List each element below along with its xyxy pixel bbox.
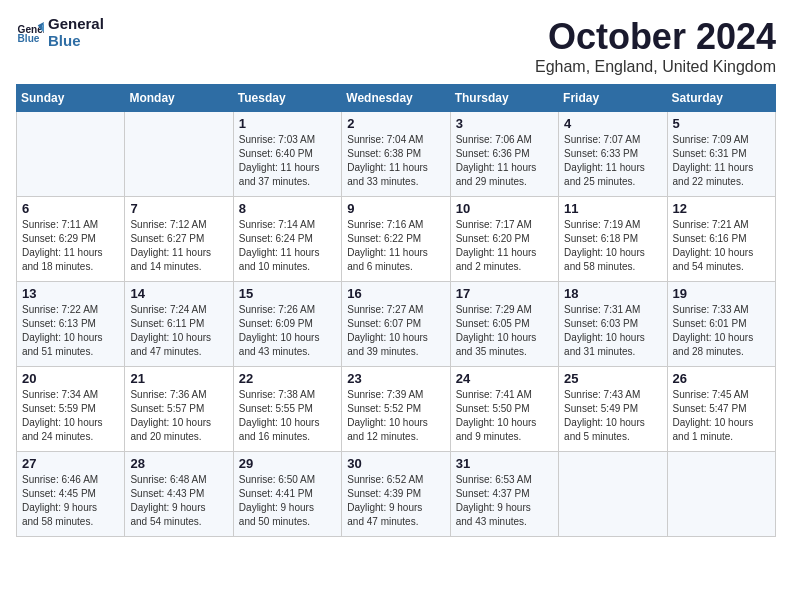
calendar-cell: 8Sunrise: 7:14 AM Sunset: 6:24 PM Daylig… bbox=[233, 197, 341, 282]
day-number: 21 bbox=[130, 371, 227, 386]
day-number: 17 bbox=[456, 286, 553, 301]
calendar-cell bbox=[17, 112, 125, 197]
day-number: 12 bbox=[673, 201, 770, 216]
calendar-cell: 20Sunrise: 7:34 AM Sunset: 5:59 PM Dayli… bbox=[17, 367, 125, 452]
day-number: 25 bbox=[564, 371, 661, 386]
logo-line1: General bbox=[48, 16, 104, 33]
calendar-cell: 16Sunrise: 7:27 AM Sunset: 6:07 PM Dayli… bbox=[342, 282, 450, 367]
calendar-cell: 25Sunrise: 7:43 AM Sunset: 5:49 PM Dayli… bbox=[559, 367, 667, 452]
cell-content: Sunrise: 7:19 AM Sunset: 6:18 PM Dayligh… bbox=[564, 218, 661, 274]
cell-content: Sunrise: 7:27 AM Sunset: 6:07 PM Dayligh… bbox=[347, 303, 444, 359]
day-number: 30 bbox=[347, 456, 444, 471]
logo-line2: Blue bbox=[48, 33, 104, 50]
cell-content: Sunrise: 7:39 AM Sunset: 5:52 PM Dayligh… bbox=[347, 388, 444, 444]
calendar-cell: 9Sunrise: 7:16 AM Sunset: 6:22 PM Daylig… bbox=[342, 197, 450, 282]
col-header-tuesday: Tuesday bbox=[233, 85, 341, 112]
day-number: 29 bbox=[239, 456, 336, 471]
calendar-cell: 11Sunrise: 7:19 AM Sunset: 6:18 PM Dayli… bbox=[559, 197, 667, 282]
day-number: 26 bbox=[673, 371, 770, 386]
svg-text:Blue: Blue bbox=[18, 33, 40, 44]
calendar-cell: 24Sunrise: 7:41 AM Sunset: 5:50 PM Dayli… bbox=[450, 367, 558, 452]
day-number: 7 bbox=[130, 201, 227, 216]
title-block: October 2024 Egham, England, United King… bbox=[535, 16, 776, 76]
calendar-cell: 27Sunrise: 6:46 AM Sunset: 4:45 PM Dayli… bbox=[17, 452, 125, 537]
col-header-monday: Monday bbox=[125, 85, 233, 112]
day-number: 22 bbox=[239, 371, 336, 386]
day-number: 15 bbox=[239, 286, 336, 301]
calendar-week-row: 13Sunrise: 7:22 AM Sunset: 6:13 PM Dayli… bbox=[17, 282, 776, 367]
calendar-cell: 15Sunrise: 7:26 AM Sunset: 6:09 PM Dayli… bbox=[233, 282, 341, 367]
location-subtitle: Egham, England, United Kingdom bbox=[535, 58, 776, 76]
cell-content: Sunrise: 6:50 AM Sunset: 4:41 PM Dayligh… bbox=[239, 473, 336, 529]
calendar-cell: 1Sunrise: 7:03 AM Sunset: 6:40 PM Daylig… bbox=[233, 112, 341, 197]
cell-content: Sunrise: 7:03 AM Sunset: 6:40 PM Dayligh… bbox=[239, 133, 336, 189]
day-number: 4 bbox=[564, 116, 661, 131]
cell-content: Sunrise: 7:38 AM Sunset: 5:55 PM Dayligh… bbox=[239, 388, 336, 444]
cell-content: Sunrise: 7:41 AM Sunset: 5:50 PM Dayligh… bbox=[456, 388, 553, 444]
day-number: 14 bbox=[130, 286, 227, 301]
calendar-cell: 26Sunrise: 7:45 AM Sunset: 5:47 PM Dayli… bbox=[667, 367, 775, 452]
calendar-cell: 28Sunrise: 6:48 AM Sunset: 4:43 PM Dayli… bbox=[125, 452, 233, 537]
calendar-cell: 10Sunrise: 7:17 AM Sunset: 6:20 PM Dayli… bbox=[450, 197, 558, 282]
calendar-cell: 3Sunrise: 7:06 AM Sunset: 6:36 PM Daylig… bbox=[450, 112, 558, 197]
calendar-cell: 29Sunrise: 6:50 AM Sunset: 4:41 PM Dayli… bbox=[233, 452, 341, 537]
logo: General Blue General Blue bbox=[16, 16, 104, 49]
calendar-week-row: 1Sunrise: 7:03 AM Sunset: 6:40 PM Daylig… bbox=[17, 112, 776, 197]
day-number: 27 bbox=[22, 456, 119, 471]
day-number: 16 bbox=[347, 286, 444, 301]
calendar-cell: 19Sunrise: 7:33 AM Sunset: 6:01 PM Dayli… bbox=[667, 282, 775, 367]
cell-content: Sunrise: 7:34 AM Sunset: 5:59 PM Dayligh… bbox=[22, 388, 119, 444]
cell-content: Sunrise: 7:22 AM Sunset: 6:13 PM Dayligh… bbox=[22, 303, 119, 359]
cell-content: Sunrise: 7:17 AM Sunset: 6:20 PM Dayligh… bbox=[456, 218, 553, 274]
calendar-cell: 4Sunrise: 7:07 AM Sunset: 6:33 PM Daylig… bbox=[559, 112, 667, 197]
cell-content: Sunrise: 7:06 AM Sunset: 6:36 PM Dayligh… bbox=[456, 133, 553, 189]
day-number: 18 bbox=[564, 286, 661, 301]
calendar-week-row: 6Sunrise: 7:11 AM Sunset: 6:29 PM Daylig… bbox=[17, 197, 776, 282]
month-title: October 2024 bbox=[535, 16, 776, 58]
calendar-week-row: 20Sunrise: 7:34 AM Sunset: 5:59 PM Dayli… bbox=[17, 367, 776, 452]
cell-content: Sunrise: 7:16 AM Sunset: 6:22 PM Dayligh… bbox=[347, 218, 444, 274]
day-number: 9 bbox=[347, 201, 444, 216]
day-number: 8 bbox=[239, 201, 336, 216]
day-number: 3 bbox=[456, 116, 553, 131]
calendar-table: SundayMondayTuesdayWednesdayThursdayFrid… bbox=[16, 84, 776, 537]
day-number: 24 bbox=[456, 371, 553, 386]
calendar-cell bbox=[667, 452, 775, 537]
calendar-cell: 31Sunrise: 6:53 AM Sunset: 4:37 PM Dayli… bbox=[450, 452, 558, 537]
calendar-cell: 7Sunrise: 7:12 AM Sunset: 6:27 PM Daylig… bbox=[125, 197, 233, 282]
cell-content: Sunrise: 7:12 AM Sunset: 6:27 PM Dayligh… bbox=[130, 218, 227, 274]
day-number: 20 bbox=[22, 371, 119, 386]
calendar-cell: 30Sunrise: 6:52 AM Sunset: 4:39 PM Dayli… bbox=[342, 452, 450, 537]
page-header: General Blue General Blue October 2024 E… bbox=[16, 16, 776, 76]
calendar-week-row: 27Sunrise: 6:46 AM Sunset: 4:45 PM Dayli… bbox=[17, 452, 776, 537]
calendar-header-row: SundayMondayTuesdayWednesdayThursdayFrid… bbox=[17, 85, 776, 112]
cell-content: Sunrise: 7:04 AM Sunset: 6:38 PM Dayligh… bbox=[347, 133, 444, 189]
cell-content: Sunrise: 7:29 AM Sunset: 6:05 PM Dayligh… bbox=[456, 303, 553, 359]
day-number: 23 bbox=[347, 371, 444, 386]
cell-content: Sunrise: 7:09 AM Sunset: 6:31 PM Dayligh… bbox=[673, 133, 770, 189]
cell-content: Sunrise: 7:26 AM Sunset: 6:09 PM Dayligh… bbox=[239, 303, 336, 359]
day-number: 10 bbox=[456, 201, 553, 216]
day-number: 2 bbox=[347, 116, 444, 131]
calendar-cell: 17Sunrise: 7:29 AM Sunset: 6:05 PM Dayli… bbox=[450, 282, 558, 367]
col-header-wednesday: Wednesday bbox=[342, 85, 450, 112]
calendar-cell: 13Sunrise: 7:22 AM Sunset: 6:13 PM Dayli… bbox=[17, 282, 125, 367]
cell-content: Sunrise: 7:45 AM Sunset: 5:47 PM Dayligh… bbox=[673, 388, 770, 444]
cell-content: Sunrise: 7:11 AM Sunset: 6:29 PM Dayligh… bbox=[22, 218, 119, 274]
col-header-thursday: Thursday bbox=[450, 85, 558, 112]
cell-content: Sunrise: 7:21 AM Sunset: 6:16 PM Dayligh… bbox=[673, 218, 770, 274]
calendar-cell bbox=[125, 112, 233, 197]
cell-content: Sunrise: 7:43 AM Sunset: 5:49 PM Dayligh… bbox=[564, 388, 661, 444]
calendar-cell: 21Sunrise: 7:36 AM Sunset: 5:57 PM Dayli… bbox=[125, 367, 233, 452]
day-number: 11 bbox=[564, 201, 661, 216]
cell-content: Sunrise: 7:07 AM Sunset: 6:33 PM Dayligh… bbox=[564, 133, 661, 189]
calendar-cell: 22Sunrise: 7:38 AM Sunset: 5:55 PM Dayli… bbox=[233, 367, 341, 452]
cell-content: Sunrise: 7:36 AM Sunset: 5:57 PM Dayligh… bbox=[130, 388, 227, 444]
cell-content: Sunrise: 7:24 AM Sunset: 6:11 PM Dayligh… bbox=[130, 303, 227, 359]
day-number: 31 bbox=[456, 456, 553, 471]
col-header-saturday: Saturday bbox=[667, 85, 775, 112]
calendar-cell: 12Sunrise: 7:21 AM Sunset: 6:16 PM Dayli… bbox=[667, 197, 775, 282]
logo-icon: General Blue bbox=[16, 19, 44, 47]
cell-content: Sunrise: 6:46 AM Sunset: 4:45 PM Dayligh… bbox=[22, 473, 119, 529]
cell-content: Sunrise: 6:52 AM Sunset: 4:39 PM Dayligh… bbox=[347, 473, 444, 529]
